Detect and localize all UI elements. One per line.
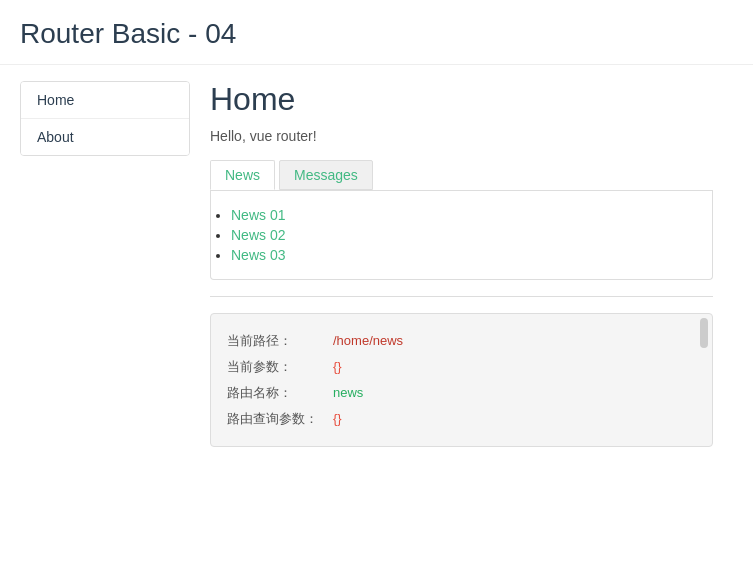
tab-messages[interactable]: Messages bbox=[279, 160, 373, 190]
tabs-bar: News Messages bbox=[210, 160, 713, 191]
debug-params-label: 当前参数： bbox=[227, 354, 327, 380]
debug-name-value: news bbox=[333, 380, 363, 406]
debug-panel: 当前路径： /home/news 当前参数： {} 路由名称： news 路由查… bbox=[210, 313, 713, 447]
sidebar-item-home[interactable]: Home bbox=[21, 82, 189, 119]
sidebar: Home About bbox=[20, 81, 190, 156]
list-item: News 03 bbox=[231, 247, 712, 263]
debug-path-label: 当前路径： bbox=[227, 328, 327, 354]
main-content: Home Hello, vue router! News Messages Ne… bbox=[190, 81, 733, 447]
news-link-1[interactable]: News 01 bbox=[231, 207, 285, 223]
list-item: News 02 bbox=[231, 227, 712, 243]
news-list: News 01 News 02 News 03 bbox=[210, 191, 713, 280]
debug-path-value: /home/news bbox=[333, 328, 403, 354]
sidebar-item-about[interactable]: About bbox=[21, 119, 189, 155]
debug-params-value: {} bbox=[333, 354, 342, 380]
list-item: News 01 bbox=[231, 207, 712, 223]
subtitle: Hello, vue router! bbox=[210, 128, 713, 144]
page-title: Router Basic - 04 bbox=[20, 18, 733, 50]
scrollbar[interactable] bbox=[700, 318, 708, 348]
tab-news[interactable]: News bbox=[210, 160, 275, 190]
news-link-3[interactable]: News 03 bbox=[231, 247, 285, 263]
page-header: Router Basic - 04 bbox=[0, 0, 753, 65]
news-link-2[interactable]: News 02 bbox=[231, 227, 285, 243]
main-heading: Home bbox=[210, 81, 713, 118]
debug-row-path: 当前路径： /home/news bbox=[227, 328, 696, 354]
debug-query-value: {} bbox=[333, 406, 342, 432]
debug-query-label: 路由查询参数： bbox=[227, 406, 327, 432]
debug-name-label: 路由名称： bbox=[227, 380, 327, 406]
debug-row-params: 当前参数： {} bbox=[227, 354, 696, 380]
debug-row-query: 路由查询参数： {} bbox=[227, 406, 696, 432]
divider bbox=[210, 296, 713, 297]
debug-row-name: 路由名称： news bbox=[227, 380, 696, 406]
